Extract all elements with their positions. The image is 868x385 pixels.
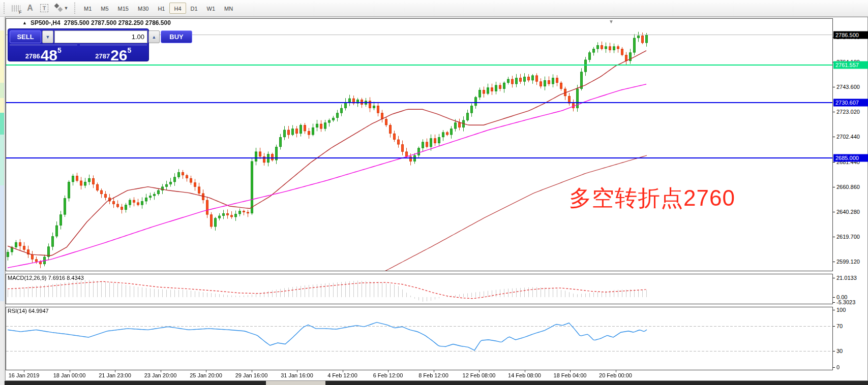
time-axis[interactable]: 16 Jan 201918 Jan 00:0021 Jan 23:0023 Ja… [6,370,833,380]
one-click-trade-panel: SELL ▼ ▲ BUY 2786 48 5 2787 26 5 [8,28,149,61]
timeframe-button-W1[interactable]: W1 [202,3,220,14]
rsi-axis-tick [833,351,835,351]
price-badge-blue: 2685.000 [833,154,868,162]
rsi-axis-label: 70 [836,323,843,329]
left-edge-strip [0,17,5,385]
rsi-axis-tick [833,326,835,327]
toolbar-grip[interactable] [4,3,6,14]
rsi-axis-label: 0 [836,364,840,370]
rsi-axis-label: 30 [836,348,843,354]
price-badge-current: 2786.500 [833,31,868,39]
symbol-period-label: SP500-,H4 [31,19,61,26]
price-axis-tick [833,112,835,112]
time-axis-label: 29 Jan 16:00 [235,372,268,378]
price-axis-tick [833,87,835,87]
sell-button[interactable]: SELL [10,30,41,43]
macd-axis-tick [833,297,835,298]
time-axis-label: 31 Jan 16:00 [281,372,313,378]
macd-axis-tick [833,278,835,278]
mt4-application: F A T ▼ M1M5M15M30H1H4D1W1MN ▲ SP500-,H4… [0,0,868,385]
price-axis-label: 2599.120 [836,259,860,265]
buy-price-display[interactable]: 2787 26 5 [80,45,147,63]
buy-button[interactable]: BUY [161,30,192,43]
time-axis-label: 16 Jan 2019 [9,372,40,378]
sell-price-sup: 5 [57,46,62,54]
time-axis-label: 20 Feb 00:00 [599,372,632,378]
buy-price-sup: 5 [128,46,132,54]
price-axis-tick [833,137,835,137]
timeframe-button-M30[interactable]: M30 [133,3,153,14]
blue-horizontal-line[interactable] [6,157,832,158]
time-axis-label: 8 Feb 12:00 [418,372,448,378]
blue-horizontal-line[interactable] [6,102,832,103]
time-axis-label: 25 Jan 20:00 [190,372,222,378]
volume-input[interactable] [54,30,147,43]
toolbar: F A T ▼ M1M5M15M30H1H4D1W1MN [0,0,868,17]
timeframe-button-M1[interactable]: M1 [79,3,96,14]
h-scrollbar-track[interactable] [5,381,868,385]
h-scrollbar-thumb[interactable] [266,381,325,385]
time-axis-label: 18 Feb 04:00 [554,372,587,378]
chevron-down-icon: ▼ [64,6,69,11]
price-badge-blue: 2730.607 [833,99,868,106]
macd-axis-label: 21.0133 [836,275,857,281]
price-axis-tick [833,262,835,262]
price-axis-label: 2702.440 [836,134,860,140]
price-axis-tick [833,187,835,187]
price-axis-label: 2743.600 [836,84,860,90]
chart-shift-marker[interactable]: ▼ [609,19,614,24]
time-axis-label: 18 Jan 00:00 [53,372,86,378]
ohlc-values: 2785.500 2787.500 2782.250 2786.500 [64,19,171,26]
price-axis-tick [833,237,835,237]
time-axis-label: 4 Feb 12:00 [327,372,357,378]
time-axis-label: 23 Jan 20:00 [144,372,177,378]
macd-label: MACD(12,26,9) 7.6916 8.4343 [8,275,84,281]
chart-title: ▲ SP500-,H4 2785.500 2787.500 2782.250 2… [22,19,171,26]
timeframe-button-M15[interactable]: M15 [113,3,133,14]
timeframe-button-M5[interactable]: M5 [96,3,113,14]
rsi-axis-tick [833,367,835,368]
price-axis-label: 2640.280 [836,209,860,215]
panel-collapse-icon[interactable]: ▲ [22,20,27,25]
rsi-axis-tick [833,310,835,310]
rsi-axis-label: 100 [836,307,846,313]
buy-price-prefix: 2787 [95,52,110,60]
price-badge-green: 2761.557 [833,61,868,69]
sell-price-display[interactable]: 2786 48 5 [10,45,77,63]
chart-window: ▲ SP500-,H4 2785.500 2787.500 2782.250 2… [5,17,868,381]
timeframe-button-H4[interactable]: H4 [169,3,186,14]
timeframe-group: M1M5M15M30H1H4D1W1MN [79,3,237,14]
time-axis-label: 6 Feb 12:00 [373,372,403,378]
time-axis-label: 12 Feb 08:00 [463,372,496,378]
buy-price-big: 26 [110,49,127,62]
time-axis-label: 14 Feb 08:00 [508,372,541,378]
volume-increase-button[interactable]: ▲ [148,30,160,43]
sell-price-big: 48 [41,49,57,62]
timeframe-button-MN[interactable]: MN [220,3,237,14]
volume-decrease-button[interactable]: ▼ [42,30,53,43]
timeframe-button-D1[interactable]: D1 [186,3,202,14]
price-axis-label: 2660.860 [836,184,860,190]
macd-axis-tick [833,302,835,303]
price-axis-tick [833,212,835,212]
sell-price-prefix: 2786 [25,52,40,60]
text-a-icon[interactable]: A [23,2,37,14]
timeframe-button-H1[interactable]: H1 [153,3,169,14]
time-axis-label: 21 Jan 23:00 [99,372,131,378]
macd-axis-label: -5.3023 [836,299,855,305]
label-t-icon[interactable]: T [37,2,51,14]
rsi-label: RSI(14) 64.9947 [8,308,49,314]
grid-f-icon[interactable]: F [9,2,23,14]
annotation-text[interactable]: 多空转折点2760 [569,183,735,213]
objects-icon[interactable]: ▼ [51,2,72,14]
price-axis-tick [833,162,835,163]
toolbar-grip[interactable] [74,3,77,14]
price-axis-label: 2723.020 [836,109,860,115]
price-axis-label: 2619.700 [836,234,860,240]
green-horizontal-line[interactable] [6,65,832,66]
